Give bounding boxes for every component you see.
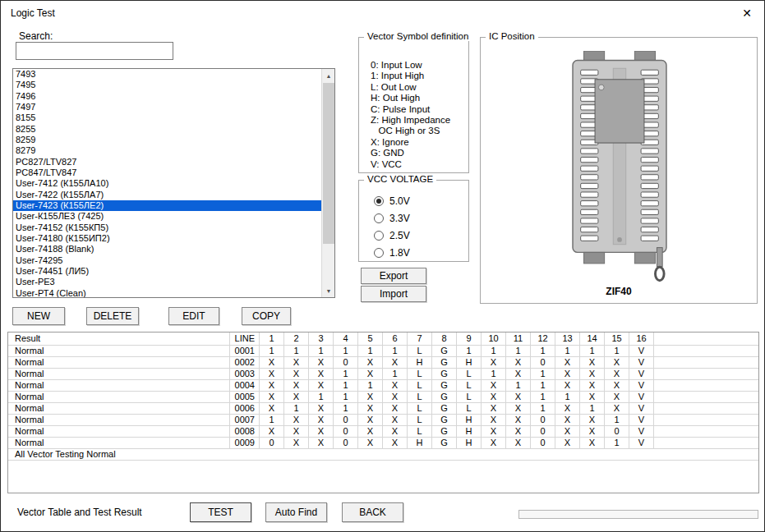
radio-icon[interactable] [374,196,384,206]
device-list-item[interactable]: 8255 [13,124,321,135]
cell-filler [654,426,758,437]
device-list-item[interactable]: User-7422 (К155ЛА7) [13,190,321,200]
vcc-option[interactable]: 3.3V [374,209,410,227]
export-button[interactable]: Export [361,268,426,284]
table-row[interactable]: Normal0006X1X1XXLGLXX1X1XV [8,403,758,415]
table-row[interactable]: Normal0005XX11XXLGLXX11XXV [8,392,758,403]
device-list-item[interactable]: User-74188 (Blank) [13,244,321,255]
cell-pin: L [408,426,432,437]
auto-find-button[interactable]: Auto Find [265,502,327,522]
cell-pin: X [309,438,334,448]
vcc-option[interactable]: 5.0V [374,192,410,209]
table-row[interactable]: Normal00090XX0XXHGHXX0XX1V [8,438,758,449]
table-row[interactable]: Normal00071XX0XXLGHXX0XX1V [8,415,758,426]
cell-pin: X [284,415,309,425]
table-row[interactable]: Normal0008XXX0XXLGHXX0XX0V [8,426,758,438]
test-button[interactable]: TEST [190,502,251,522]
cell-pin: X [555,369,580,379]
cell-line: 0003 [230,369,260,379]
device-list[interactable]: 74937495749674978155825582598279PC827/LT… [13,69,321,297]
cell-pin: X [284,380,309,391]
cell-pin: X [260,380,284,391]
vector-symbol-line: 1: Input High [371,71,450,81]
cell-result: Normal [8,380,230,391]
arrow-down-icon: ▼ [326,288,332,294]
device-list-item[interactable]: User-РЕ3 [13,277,321,287]
close-button[interactable]: ✕ [731,1,763,25]
device-list-item[interactable]: 7497 [13,102,321,112]
cell-pin: X [482,392,506,402]
vcc-option[interactable]: 2.5V [374,227,410,244]
device-list-item[interactable]: User-74451 (ЛИ5) [13,266,321,277]
column-header: 6 [383,332,408,345]
vcc-option-label: 1.8V [389,247,410,259]
device-list-item[interactable]: User-74180 (К155ИП2) [13,233,321,244]
cell-pin: X [309,426,334,437]
cell-pin: 0 [334,426,358,437]
cell-pin: H [457,357,482,368]
column-header: 13 [555,332,580,345]
vector-symbol-line: G: GND [371,148,450,158]
table-row[interactable]: Normal0001111111LG1111111V [8,346,758,357]
device-list-item[interactable]: PC827/LTV827 [13,157,321,167]
radio-icon[interactable] [374,248,384,258]
vcc-voltage-groupbox: VCC VOLTAGE 5.0V3.3V2.5V1.8V [358,180,469,262]
cell-pin: X [284,392,309,402]
delete-button[interactable]: DELETE [86,307,139,325]
cell-pin: X [506,357,531,368]
scroll-down-button[interactable]: ▼ [322,284,335,297]
copy-button[interactable]: COPY [242,307,291,325]
device-list-item[interactable]: 8259 [13,135,321,145]
cell-pin: 1 [457,346,482,356]
cell-pin: 1 [555,346,580,356]
cell-pin: G [432,392,457,402]
table-row[interactable]: Normal0003XXX1X1LGL1X1XXXV [8,369,758,380]
vector-symbol-line: X: Ignore [371,137,450,148]
cell-pin: 1 [383,346,408,356]
new-button[interactable]: NEW [12,307,65,325]
vcc-option-label: 5.0V [389,195,410,207]
cell-pin: 1 [531,392,555,402]
device-list-item[interactable]: 7496 [13,91,321,102]
search-input[interactable] [16,42,173,60]
device-list-item[interactable]: 7493 [13,69,321,80]
cell-pin: X [605,403,629,414]
cell-filler [654,403,758,414]
result-table-body: Normal0001111111LG1111111VNormal0002XXX0… [8,346,758,461]
device-list-item[interactable]: 8279 [13,145,321,156]
cell-pin: X [555,357,580,368]
device-list-item[interactable]: 7495 [13,80,321,90]
vcc-option[interactable]: 1.8V [374,244,410,261]
cell-pin: X [309,380,334,391]
scroll-up-button[interactable]: ▲ [322,69,335,82]
cell-result: Normal [8,403,230,414]
device-list-item[interactable]: User-7412 (К155ЛА10) [13,178,321,189]
scroll-thumb[interactable] [323,83,334,244]
vector-symbol-title: Vector Symbol definition [364,31,472,41]
table-row[interactable]: Normal0004XXX11XLGLX11XXXV [8,380,758,392]
cell-pin: G [432,380,457,391]
vcc-option-label: 3.3V [389,213,410,224]
device-list-item[interactable]: User-74152 (К155КП5) [13,222,321,233]
device-list-item[interactable]: 8155 [13,112,321,123]
list-scrollbar[interactable]: ▲ ▼ [321,69,334,297]
device-list-item[interactable]: User-74295 [13,255,321,266]
import-button[interactable]: Import [361,286,426,302]
cell-pin: 1 [531,380,555,391]
cell-pin: X [482,426,506,437]
radio-icon[interactable] [374,213,384,223]
cell-pin: X [260,369,284,379]
table-row[interactable]: Normal0002XXX0XXHGHXX0XXXV [8,357,758,369]
radio-icon[interactable] [374,231,384,241]
edit-button[interactable]: EDIT [168,307,219,325]
back-button[interactable]: BACK [342,502,403,522]
device-list-item[interactable]: PC847/LTV847 [13,167,321,178]
device-list-item[interactable]: User-7423 (К155ЛЕ2) [13,200,321,211]
cell-pin: H [457,438,482,448]
cell-pin: V [629,346,654,356]
cell-pin: 0 [334,357,358,368]
device-list-item[interactable]: User-К155ЛЕ3 (7425) [13,211,321,222]
vector-symbol-list: 0: Input Low1: Input HighL: Out LowH: Ou… [371,60,450,170]
cell-pin: 1 [506,380,531,391]
device-list-item[interactable]: User-РТ4 (Clean) [13,288,321,297]
